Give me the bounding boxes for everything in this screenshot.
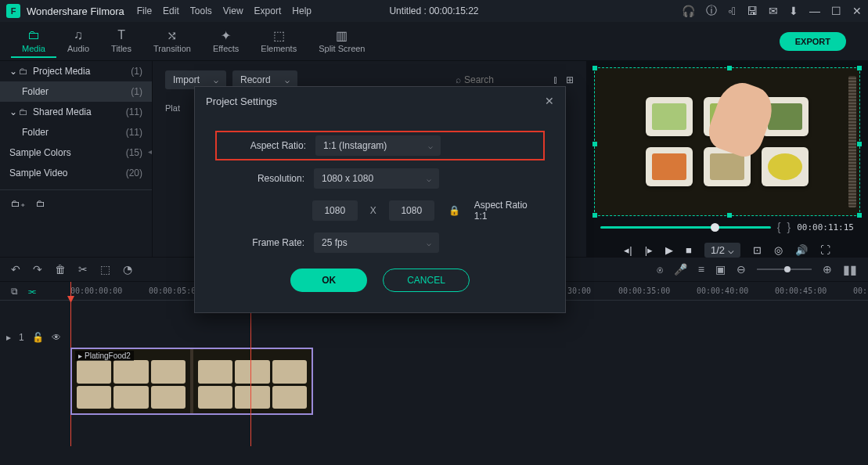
mic-icon[interactable]: 🎤 — [674, 263, 687, 276]
brace-close-icon[interactable]: } — [787, 221, 791, 233]
display-icon[interactable]: ⊡ — [753, 244, 762, 256]
tab-media[interactable]: 🗀Media — [11, 25, 56, 58]
link-icon[interactable]: ⫘ — [27, 286, 37, 297]
snapshot-icon[interactable]: ◎ — [774, 244, 783, 256]
add-folder-icon[interactable]: 🗀₊ — [11, 198, 25, 209]
resolution-label: Resolution: — [218, 173, 304, 184]
dialog-close-icon[interactable]: ✕ — [545, 95, 554, 107]
tab-split-screen[interactable]: ▥Split Screen — [308, 25, 376, 58]
info-icon[interactable]: ⓘ — [706, 4, 717, 18]
step-back-icon[interactable]: |▸ — [645, 244, 653, 256]
menu-edit[interactable]: Edit — [163, 5, 179, 16]
export-button[interactable]: EXPORT — [780, 32, 846, 51]
download-icon[interactable]: ⬇ — [789, 5, 798, 17]
crop-icon[interactable]: ⬚ — [100, 263, 110, 276]
mixer-icon[interactable]: ≡ — [698, 263, 704, 276]
tab-elements[interactable]: ⬚Elements — [250, 25, 308, 58]
chevron-down-icon: ⌄ — [9, 66, 19, 77]
mail-icon[interactable]: ✉ — [769, 5, 778, 17]
folder-icon[interactable]: 🗀 — [36, 198, 45, 209]
prev-frame-icon[interactable]: ◂| — [624, 244, 632, 256]
aspect-ratio-text: Aspect Ratio 1:1 — [474, 200, 542, 222]
marker-icon[interactable]: ⍟ — [657, 263, 663, 276]
search-input[interactable] — [464, 74, 535, 85]
cancel-button[interactable]: CANCEL — [383, 269, 470, 292]
lock-icon[interactable]: 🔓 — [32, 332, 44, 343]
sidebar-project-media[interactable]: ⌄🗀Project Media(1) — [0, 61, 152, 81]
frame-rate-row: Frame Rate: 25 fps — [218, 232, 542, 253]
sidebar-sample-video[interactable]: Sample Video(20) — [0, 163, 152, 183]
user-icon[interactable]: ◦⃝ — [728, 5, 736, 17]
resolution-select[interactable]: 1080 x 1080 — [314, 168, 439, 189]
ruler-tick: 00:00:05:00 — [149, 287, 200, 295]
zoom-in-icon[interactable]: ⊕ — [823, 263, 832, 276]
tab-transition[interactable]: ⤭Transition — [142, 25, 202, 58]
undo-icon[interactable]: ↶ — [11, 263, 20, 276]
dialog-body: Aspect Ratio: 1:1 (Instagram) Resolution… — [195, 115, 565, 300]
width-input[interactable] — [312, 200, 358, 221]
transition-icon: ⤭ — [167, 28, 177, 42]
collapse-sidebar-icon[interactable]: ◂ — [148, 147, 152, 156]
filter-icon[interactable]: ⫿ — [553, 74, 558, 85]
delete-icon[interactable]: 🗑 — [55, 263, 66, 276]
track-manage-icon[interactable]: ⧉ — [11, 286, 18, 297]
zoom-out-icon[interactable]: ⊖ — [737, 263, 746, 276]
grid-icon[interactable]: ⊞ — [566, 74, 574, 85]
preview-canvas[interactable] — [594, 67, 860, 216]
track-number: 1 — [19, 332, 24, 343]
minimize-icon[interactable]: — — [809, 5, 820, 17]
height-input[interactable] — [389, 200, 434, 221]
redo-icon[interactable]: ↷ — [33, 263, 42, 276]
elements-icon: ⬚ — [273, 28, 285, 42]
tab-titles[interactable]: TTitles — [100, 25, 142, 58]
folder-icon: 🗀 — [19, 66, 28, 77]
fullscreen-icon[interactable]: ⛶ — [820, 244, 830, 256]
ok-button[interactable]: OK — [290, 269, 367, 292]
menu-view[interactable]: View — [223, 5, 243, 16]
search-icon: ⌕ — [456, 74, 461, 85]
brace-open-icon[interactable]: { — [777, 221, 781, 233]
ruler-tick: 00:00:40:00 — [697, 287, 748, 295]
tab-icons: 🗀Media ♫Audio TTitles ⤭Transition ✦Effec… — [11, 25, 376, 58]
play-icon[interactable]: ▶ — [665, 244, 673, 256]
preview-panel: { } 00:00:11:15 ◂| |▸ ▶ ■ 1/2 ⌵ ⊡ ◎ 🔊 ⛶ — [586, 61, 868, 257]
play-icon: ▸ — [78, 351, 82, 360]
video-track-icon[interactable]: ▸ — [6, 332, 11, 343]
eye-icon[interactable]: 👁 — [52, 332, 61, 343]
project-settings-dialog: Project Settings ✕ Aspect Ratio: 1:1 (In… — [194, 86, 566, 313]
sidebar-sample-colors[interactable]: Sample Colors(15) — [0, 142, 152, 163]
fit-icon[interactable]: ▮▮ — [843, 262, 857, 277]
speed-icon[interactable]: ◔ — [123, 263, 132, 276]
lock-icon[interactable]: 🔒 — [448, 205, 460, 216]
frame-rate-select[interactable]: 25 fps — [314, 232, 439, 253]
app-logo: F — [6, 4, 20, 18]
save-icon[interactable]: 🖫 — [747, 5, 758, 17]
preview-slider[interactable] — [600, 226, 771, 229]
zoom-slider[interactable] — [757, 269, 812, 270]
sidebar-shared-media[interactable]: ⌄🗀Shared Media(11) — [0, 102, 152, 122]
sidebar-folder-1[interactable]: Folder(1) — [0, 81, 152, 102]
sidebar-folder-2[interactable]: Folder(11) — [0, 122, 152, 142]
tab-effects[interactable]: ✦Effects — [202, 25, 250, 58]
menu-export[interactable]: Export — [254, 5, 282, 16]
headset-icon[interactable]: 🎧 — [682, 5, 695, 17]
aspect-ratio-row: Aspect Ratio: 1:1 (Instagram) — [218, 134, 542, 157]
text-icon: T — [117, 28, 125, 42]
timeline-clip[interactable]: ▸PlatingFood2 — [70, 348, 313, 415]
preview-scale[interactable]: 1/2 ⌵ — [704, 243, 740, 258]
stop-icon[interactable]: ■ — [686, 244, 692, 256]
image-icon[interactable]: ▣ — [715, 263, 726, 276]
folder-icon: 🗀 — [27, 28, 40, 42]
maximize-icon[interactable]: ☐ — [831, 5, 841, 17]
aspect-ratio-label: Aspect Ratio: — [220, 140, 306, 151]
resolution-row: Resolution: 1080 x 1080 — [218, 168, 542, 189]
aspect-ratio-select[interactable]: 1:1 (Instagram) — [315, 135, 441, 156]
close-icon[interactable]: ✕ — [852, 5, 862, 17]
titlebar-right: 🎧 ⓘ ◦⃝ 🖫 ✉ ⬇ — ☐ ✕ — [682, 4, 862, 18]
menu-tools[interactable]: Tools — [190, 5, 212, 16]
tab-audio[interactable]: ♫Audio — [56, 25, 100, 58]
menu-file[interactable]: File — [137, 5, 152, 16]
cut-icon[interactable]: ✂ — [78, 263, 88, 276]
volume-icon[interactable]: 🔊 — [795, 244, 808, 256]
menu-help[interactable]: Help — [292, 5, 312, 16]
